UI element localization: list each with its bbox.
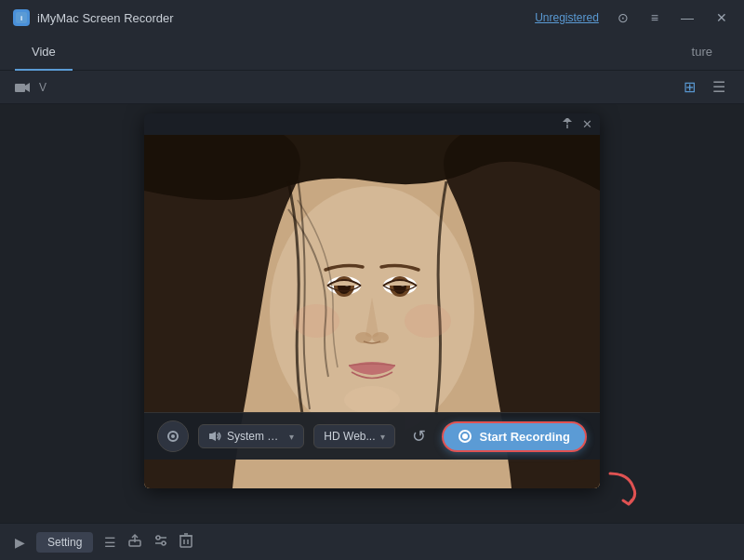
second-row: V ⊞ ☰ — [0, 71, 744, 104]
preview-titlebar: ✕ — [144, 113, 600, 135]
start-recording-button[interactable]: Start Recording — [442, 421, 587, 452]
setting-tab[interactable]: Setting — [36, 532, 93, 553]
toolbar-adjust-icon[interactable] — [153, 533, 168, 551]
title-bar-left: i iMyMac Screen Recorder — [13, 9, 174, 26]
svg-point-20 — [344, 386, 400, 414]
svg-text:i: i — [20, 14, 22, 22]
tab-video[interactable]: Vide — [15, 35, 73, 71]
record-circle-icon — [458, 430, 472, 443]
second-row-label: V — [39, 81, 46, 94]
svg-rect-30 — [180, 536, 192, 547]
pin-icon[interactable] — [562, 117, 573, 131]
svg-rect-2 — [15, 84, 25, 92]
resolution-dropdown-arrow: ▾ — [380, 432, 385, 442]
menu-icon[interactable]: ≡ — [647, 8, 662, 27]
sound-dropdown[interactable]: System Sound &... ▾ — [198, 424, 304, 448]
list-view-btn[interactable]: ☰ — [709, 76, 729, 98]
svg-point-29 — [162, 541, 166, 545]
sound-dropdown-arrow: ▾ — [289, 432, 294, 442]
title-bar: i iMyMac Screen Recorder Unregistered ⊙ … — [0, 0, 744, 35]
tab-capture[interactable]: ture — [675, 35, 729, 71]
sound-label: System Sound &... — [227, 430, 284, 443]
svg-point-28 — [156, 536, 160, 540]
svg-point-22 — [171, 434, 175, 438]
grid-view-btn[interactable]: ⊞ — [680, 76, 699, 98]
app-icon: i — [13, 9, 30, 26]
top-tabs: Vide ture — [0, 35, 744, 71]
toolbar-export-icon[interactable] — [127, 533, 142, 551]
camera-toggle-btn[interactable] — [157, 420, 189, 452]
svg-point-19 — [405, 304, 451, 338]
svg-marker-23 — [209, 432, 216, 441]
settings-icon[interactable]: ⊙ — [614, 8, 632, 27]
preview-close-icon[interactable]: ✕ — [582, 117, 592, 131]
bottom-toolbar: ▶ Setting ☰ — [0, 523, 744, 560]
main-area: Vide ture V ⊞ ☰ — [0, 35, 744, 560]
minimize-icon[interactable]: — — [677, 8, 698, 27]
camera-icon — [15, 82, 30, 93]
toolbar-delete-icon[interactable] — [179, 533, 193, 551]
toolbar-list-icon[interactable]: ☰ — [104, 535, 116, 550]
resolution-dropdown[interactable]: HD Web... ▾ — [313, 424, 395, 448]
refresh-btn[interactable]: ↺ — [405, 422, 432, 450]
record-dot — [462, 433, 468, 439]
unregistered-link[interactable]: Unregistered — [535, 11, 599, 24]
svg-marker-3 — [25, 83, 30, 92]
red-arrow — [601, 469, 647, 513]
close-icon[interactable]: ✕ — [712, 8, 731, 27]
play-button[interactable]: ▶ — [15, 535, 25, 550]
title-bar-right: Unregistered ⊙ ≡ — ✕ — [535, 8, 731, 27]
resolution-label: HD Web... — [324, 430, 375, 443]
app-title: iMyMac Screen Recorder — [37, 11, 174, 25]
camera-controls: System Sound &... ▾ HD Web... ▾ ↺ Start … — [144, 412, 600, 460]
content-area: ✕ — [0, 104, 744, 523]
start-recording-label: Start Recording — [479, 430, 570, 444]
